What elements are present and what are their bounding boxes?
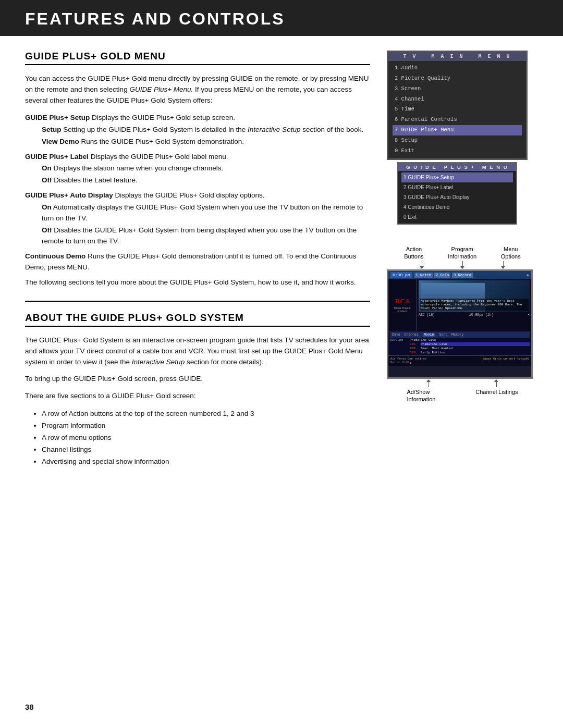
left-column: GUIDE PLUS+ GOLD MENU You can access the… (25, 51, 387, 468)
tv-menu-item-5: 5 Time (393, 104, 522, 115)
feature-label-desc: Displays the GUIDE Plus+ Gold label menu… (91, 153, 228, 161)
guide-channel: ABC (10) (419, 313, 435, 317)
guide-program-info: Motorcycle Mayhem: Highlights from the y… (417, 279, 531, 331)
section2-para2: To bring up the GUIDE Plus+ Gold screen,… (25, 374, 370, 385)
guide-btn-1: 1 Watch (414, 273, 433, 278)
guide-menu-bar: Date Channel Movie Sort Memory (390, 332, 530, 338)
section-divider (25, 301, 370, 302)
bullet-2: Program information (42, 420, 370, 432)
listing-row-3: FOX Amer. Most Wanted (390, 347, 530, 350)
section1-closing: The following sections tell you more abo… (25, 277, 370, 288)
tv-menu-item-2: 2 Picture Quality (393, 73, 522, 84)
rca-logo: RCA (395, 297, 410, 305)
guide-program-image: Motorcycle Mayhem: Highlights from the y… (419, 280, 530, 312)
guide-menu-item-3: 3 GUIDE Plus+ Auto Display (401, 192, 513, 202)
arrow-action (420, 261, 424, 269)
page-number: 38 (25, 702, 34, 711)
feature-setup-label: GUIDE Plus+ Setup (25, 114, 90, 121)
guide-action-buttons: 1 Watch 2 GoTo 3 Record (414, 273, 525, 278)
tv-menu-item-3: 3 Screen (393, 84, 522, 94)
guide-plus-menu-title: G U I D E P L U S + M E N U (398, 163, 516, 171)
guide-program-time: 10:00pm (1h) (469, 313, 494, 317)
arrow-program (460, 261, 464, 269)
guide-btn-2: 2 GoTo (434, 273, 450, 278)
listing-row-1: 10:00pm PrimeTime Live (390, 338, 530, 342)
feature-label-title: GUIDE Plus+ Label (25, 153, 89, 161)
guide-program-overlay: Motorcycle Mayhem: Highlights from the y… (420, 299, 529, 311)
label-action-buttons: ActionButtons (404, 245, 423, 261)
rca-sub: Home Theaterproducts (394, 306, 411, 313)
guide-btn-3: 3 Record (452, 273, 473, 278)
feature-label: GUIDE Plus+ Label Displays the GUIDE Plu… (25, 152, 370, 187)
guide-top-right: ▶ (527, 273, 529, 277)
page-header: FEATURES AND CONTROLS (0, 0, 563, 36)
label-channel-listings: Channel Listings (475, 388, 518, 403)
guide-menu-item-0: 0 Exit (401, 212, 513, 222)
guide-plus-menu: G U I D E P L U S + M E N U 1 GUIDE Plus… (397, 162, 517, 225)
tv-main-menu-items: 1 Audio 2 Picture Quality 3 Screen 4 Cha… (388, 61, 526, 158)
feature-continuous-label: Continuous Demo (25, 252, 85, 260)
listing-show-primetime: PrimeTime Live (421, 342, 530, 346)
guide-top-bar: 6:30 pm 1 Watch 2 GoTo 3 Record ▶ (388, 271, 531, 279)
tv-menu-item-6: 6 Parental Controls (393, 115, 522, 125)
guide-middle: RCA Home Theaterproducts (388, 279, 531, 331)
guide-flag: ▪ (528, 313, 530, 317)
section1-heading: GUIDE PLUS+ GOLD MENU (25, 51, 370, 65)
section1-intro: You can access the GUIDE Plus+ Gold menu… (25, 73, 370, 106)
bullet-4: Channel listings (42, 444, 370, 456)
label-menu-options: MenuOptions (501, 245, 521, 261)
page-title: FEATURES AND CONTROLS (25, 9, 538, 29)
section2-para3: There are five sections to a GUIDE Plus+… (25, 391, 370, 402)
guide-channel-listings-bottom: Space Girls concert tonight (483, 357, 529, 365)
guide-menu-item-1: 1 GUIDE Plus+ Setup (401, 172, 513, 182)
guide-time: 6:30 pm (390, 272, 412, 278)
arrow-channel-up (494, 379, 498, 387)
feature-auto-display-desc: Displays the GUIDE Plus+ Gold display op… (115, 191, 264, 199)
guide-ad-info: Air Force One retires Mon at 10:00 ▶ (390, 357, 426, 365)
section2-bullets: A row of Action buttons at the top of th… (42, 408, 370, 468)
feature-setup-label: Setup (42, 126, 62, 133)
feature-auto-display-label: GUIDE Plus+ Auto Display (25, 191, 113, 199)
bullet-3: A row of menu options (42, 432, 370, 444)
feature-setup-desc: Displays the GUIDE Plus+ Gold setup scre… (92, 114, 235, 121)
guide-left-panel: RCA Home Theaterproducts (388, 279, 417, 331)
tv-menu-item-0: 0 Exit (393, 146, 522, 156)
guide-screen: 6:30 pm 1 Watch 2 GoTo 3 Record ▶ RCA Ho… (387, 269, 533, 379)
tv-menu-item-1: 1 Audio (393, 63, 522, 73)
feature-auto-display: GUIDE Plus+ Auto Display Displays the GU… (25, 190, 370, 247)
bullet-5: Advertising and special show information (42, 456, 370, 468)
guide-bottom-bar: Air Force One retires Mon at 10:00 ▶ Spa… (388, 355, 531, 366)
section2-heading: ABOUT THE GUIDE PLUS+ GOLD SYSTEM (25, 312, 370, 327)
tv-main-menu-screen: T V M A I N M E N U 1 Audio 2 Picture Qu… (387, 51, 528, 160)
guide-channel-info: ABC (10) 10:00pm (1h) ▪ (419, 313, 530, 317)
guide-menu-item-4: 4 Continuous Demo (401, 202, 513, 212)
tv-main-menu-container: T V M A I N M E N U 1 Audio 2 Picture Qu… (387, 51, 538, 225)
label-adshow: Ad/ShowInformation (407, 388, 435, 403)
section2-para1: The GUIDE Plus+ Gold System is an intera… (25, 335, 370, 368)
guide-menu-item-2: 2 GUIDE Plus+ Label (401, 182, 513, 192)
bullet-1: A row of Action buttons at the top of th… (42, 408, 370, 420)
right-column: T V M A I N M E N U 1 Audio 2 Picture Qu… (387, 51, 538, 468)
arrow-adshow-up (426, 379, 431, 387)
tv-menu-item-4: 4 Channel (393, 94, 522, 105)
tv-menu-item-8: 8 Setup (393, 135, 522, 146)
guide-diagram: ActionButtons ProgramInformation MenuOpt… (387, 245, 538, 403)
label-program-info: ProgramInformation (448, 245, 476, 261)
guide-listings: Date Channel Movie Sort Memory 10:00pm P… (388, 331, 531, 355)
feature-setup: GUIDE Plus+ Setup Displays the GUIDE Plu… (25, 113, 370, 147)
guide-plus-menu-items: 1 GUIDE Plus+ Setup 2 GUIDE Plus+ Label … (398, 171, 516, 224)
feature-continuous-demo: Continuous Demo Runs the GUIDE Plus+ Gol… (25, 251, 370, 273)
tv-main-menu-title: T V M A I N M E N U (388, 52, 526, 61)
arrow-menu (501, 261, 505, 269)
tv-menu-item-7: 7 GUIDE Plus+ Menu (393, 125, 522, 135)
listing-row-4: CBS Early Edition (390, 351, 530, 354)
feature-viewdemo-label: View Demo (42, 138, 79, 145)
listing-row-2: CBS PrimeTime Live (390, 342, 530, 346)
